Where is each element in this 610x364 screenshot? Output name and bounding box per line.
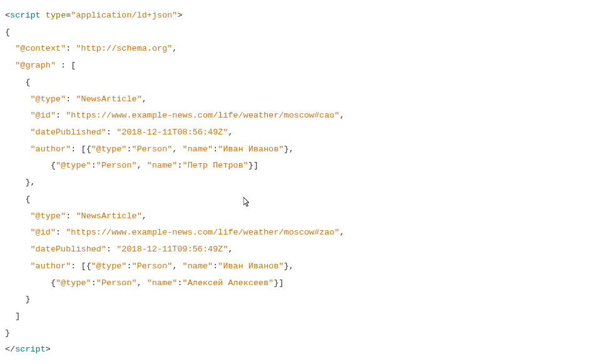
code-line: {"@type":"Person", "name":"Алексей Алекс… — [5, 278, 284, 288]
code-line: "@context": "http://schema.org", — [5, 44, 177, 53]
code-line: } — [5, 328, 10, 338]
code-block: <script type="application/ld+json"> { "@… — [5, 8, 605, 358]
code-line: "@graph" : [ — [5, 61, 76, 70]
code-line: ] — [5, 311, 20, 321]
code-line: "@id": "https://www.example-news.com/lif… — [5, 228, 345, 237]
code-line: "author": [{"@type":"Person", "name":"Ив… — [5, 261, 294, 271]
code-line: "datePublished": "2018-12-11T09:56:49Z", — [5, 245, 233, 254]
code-line: "@type": "NewsArticle", — [5, 94, 147, 104]
code-line: "@type": "NewsArticle", — [5, 211, 147, 221]
code-line: { — [5, 78, 31, 87]
code-line: "author": [{"@type":"Person", "name":"Ив… — [5, 144, 294, 154]
code-line: "datePublished": "2018-12-11T08:56:49Z", — [5, 128, 233, 137]
code-line: } — [5, 295, 31, 304]
code-line: }, — [5, 178, 36, 187]
code-line: { — [5, 195, 31, 204]
code-line: {"@type":"Person", "name":"Петр Петров"}… — [5, 161, 258, 170]
code-line: </script> — [5, 345, 51, 354]
code-line: "@id": "https://www.example-news.com/lif… — [5, 111, 345, 120]
code-line: { — [5, 28, 10, 37]
code-line: <script type="application/ld+json"> — [5, 11, 183, 20]
